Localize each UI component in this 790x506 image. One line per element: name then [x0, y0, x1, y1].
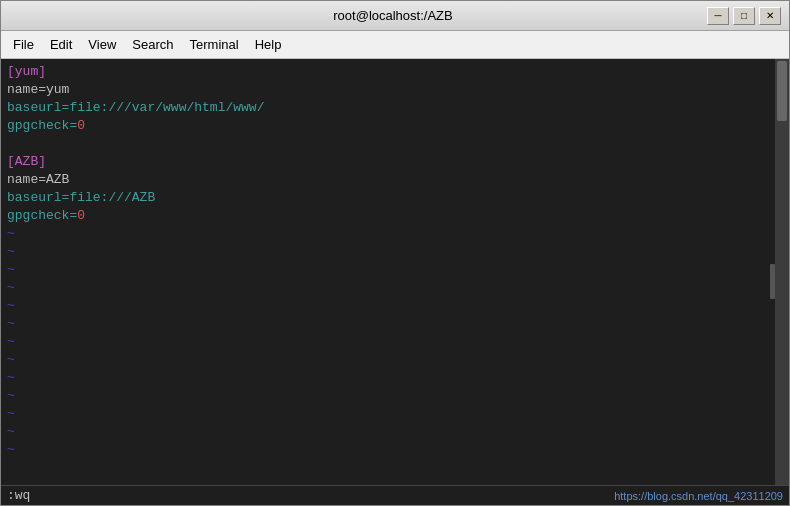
tilde-6: ~	[7, 315, 783, 333]
tilde-4: ~	[7, 279, 783, 297]
menu-terminal[interactable]: Terminal	[182, 34, 247, 55]
tilde-8: ~	[7, 351, 783, 369]
line-2: name=yum	[7, 81, 783, 99]
status-url: https://blog.csdn.net/qq_42311209	[614, 490, 783, 502]
baseurl-azb: baseurl=file:///AZB	[7, 190, 155, 205]
window-title: root@localhost:/AZB	[79, 8, 707, 23]
tilde-11: ~	[7, 405, 783, 423]
baseurl-yum: baseurl=file:///var/www/html/www/	[7, 100, 264, 115]
close-button[interactable]: ✕	[759, 7, 781, 25]
gpgcheck-yum-label: gpgcheck=	[7, 118, 77, 133]
section-azb: [AZB]	[7, 154, 46, 169]
window-controls: ─ □ ✕	[707, 7, 781, 25]
section-yum: [yum]	[7, 64, 46, 79]
title-bar: root@localhost:/AZB ─ □ ✕	[1, 1, 789, 31]
tilde-1: ~	[7, 225, 783, 243]
editor-content: [yum] name=yum baseurl=file:///var/www/h…	[1, 59, 789, 485]
name-azb: name=AZB	[7, 172, 69, 187]
tilde-2: ~	[7, 243, 783, 261]
tilde-13: ~	[7, 441, 783, 459]
tilde-12: ~	[7, 423, 783, 441]
terminal-window: root@localhost:/AZB ─ □ ✕ File Edit View…	[0, 0, 790, 506]
tilde-5: ~	[7, 297, 783, 315]
tilde-7: ~	[7, 333, 783, 351]
gpgcheck-azb-value: 0	[77, 208, 85, 223]
line-5	[7, 135, 783, 153]
scrollbar[interactable]	[775, 59, 789, 485]
menu-edit[interactable]: Edit	[42, 34, 80, 55]
status-bar: :wq https://blog.csdn.net/qq_42311209	[1, 485, 789, 505]
line-9: gpgcheck=0	[7, 207, 783, 225]
gpgcheck-yum-value: 0	[77, 118, 85, 133]
menu-bar: File Edit View Search Terminal Help	[1, 31, 789, 59]
menu-search[interactable]: Search	[124, 34, 181, 55]
menu-file[interactable]: File	[5, 34, 42, 55]
line-7: name=AZB	[7, 171, 783, 189]
menu-view[interactable]: View	[80, 34, 124, 55]
line-4: gpgcheck=0	[7, 117, 783, 135]
maximize-button[interactable]: □	[733, 7, 755, 25]
line-6: [AZB]	[7, 153, 783, 171]
gpgcheck-azb-label: gpgcheck=	[7, 208, 77, 223]
tilde-10: ~	[7, 387, 783, 405]
tilde-3: ~	[7, 261, 783, 279]
editor-area[interactable]: [yum] name=yum baseurl=file:///var/www/h…	[1, 59, 789, 505]
minimize-button[interactable]: ─	[707, 7, 729, 25]
line-3: baseurl=file:///var/www/html/www/	[7, 99, 783, 117]
tilde-9: ~	[7, 369, 783, 387]
side-mark	[770, 264, 775, 299]
line-1: [yum]	[7, 63, 783, 81]
line-8: baseurl=file:///AZB	[7, 189, 783, 207]
name-yum: name=yum	[7, 82, 69, 97]
vim-command: :wq	[7, 488, 30, 503]
menu-help[interactable]: Help	[247, 34, 290, 55]
scrollbar-thumb[interactable]	[777, 61, 787, 121]
